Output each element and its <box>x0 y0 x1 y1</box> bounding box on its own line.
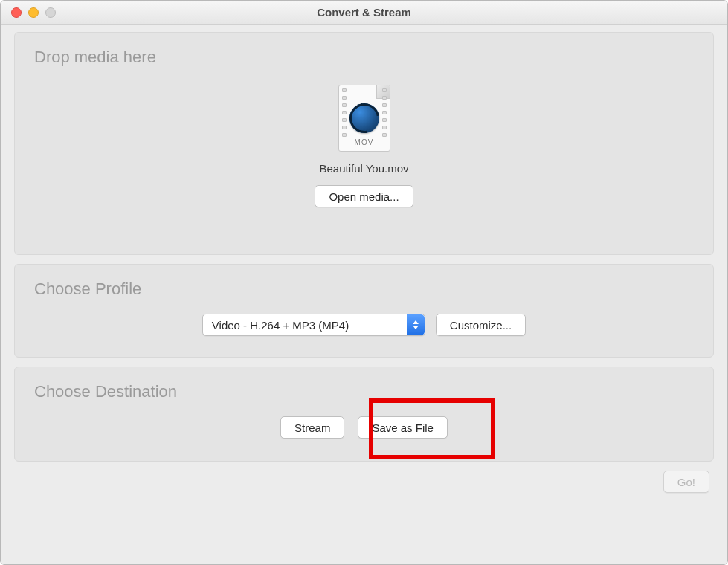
content-area: Drop media here MOV Beautiful You.mov Op… <box>1 25 727 564</box>
window-title: Convert & Stream <box>1 6 727 19</box>
titlebar: Convert & Stream <box>1 1 727 25</box>
drop-media-center: MOV Beautiful You.mov Open media... <box>34 77 694 207</box>
media-file-icon: MOV <box>338 85 390 152</box>
choose-destination-title: Choose Destination <box>34 382 694 401</box>
drop-media-title: Drop media here <box>34 48 694 67</box>
profile-select[interactable]: Video - H.264 + MP3 (MP4) <box>202 314 425 336</box>
media-filename: Beautiful You.mov <box>319 162 408 175</box>
footer: Go! <box>14 471 714 494</box>
open-media-button[interactable]: Open media... <box>315 185 413 207</box>
traffic-lights <box>1 7 56 18</box>
profile-row: Video - H.264 + MP3 (MP4) Customize... <box>34 309 694 342</box>
customize-button[interactable]: Customize... <box>436 314 526 336</box>
choose-profile-panel: Choose Profile Video - H.264 + MP3 (MP4)… <box>14 264 714 358</box>
go-button[interactable]: Go! <box>663 471 709 493</box>
choose-profile-title: Choose Profile <box>34 280 694 299</box>
choose-destination-panel: Choose Destination Stream Save as File <box>14 367 714 462</box>
zoom-window-button <box>45 7 56 18</box>
close-window-button[interactable] <box>11 7 22 18</box>
profile-select-value: Video - H.264 + MP3 (MP4) <box>203 314 407 335</box>
stream-button[interactable]: Stream <box>280 416 344 439</box>
film-perforation-right <box>382 88 387 137</box>
drop-media-panel[interactable]: Drop media here MOV Beautiful You.mov Op… <box>14 32 714 255</box>
window: Convert & Stream Drop media here MOV Bea… <box>0 0 728 565</box>
save-as-file-button[interactable]: Save as File <box>358 416 448 439</box>
destination-row: Stream Save as File <box>34 412 694 446</box>
file-extension-label: MOV <box>355 138 374 146</box>
quicktime-icon <box>349 103 379 133</box>
select-arrows-icon <box>407 314 425 335</box>
film-perforation-left <box>342 88 347 137</box>
minimize-window-button[interactable] <box>28 7 39 18</box>
